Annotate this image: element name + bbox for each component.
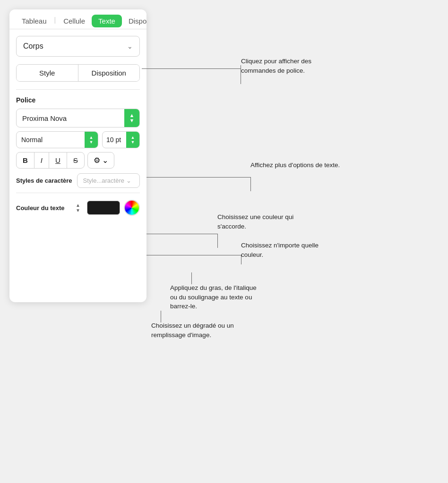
ann-line-match-color-h [146,234,217,234]
char-style-dropdown[interactable]: Style...aractère ⌄ [77,173,140,188]
color-wheel-button[interactable] [124,200,140,216]
font-size-stepper[interactable]: ▲ ▼ [126,132,139,148]
corps-label: Corps [23,42,43,51]
panel-body: Corps ⌄ Style Disposition Police ▲ ▼ [9,29,146,225]
tab-tableau[interactable]: Tableau [16,14,52,29]
text-color-stepper[interactable]: ▲ ▼ [73,201,83,215]
font-name-stepper[interactable]: ▲ ▼ [124,109,139,127]
font-name-input[interactable] [17,110,124,127]
font-size-text: 10 pt [103,132,126,147]
format-buttons-group: B I U S [16,152,85,169]
tab-disposition[interactable]: Disposition [123,14,146,29]
corps-dropdown[interactable]: Corps ⌄ [16,36,140,57]
tab-texte[interactable]: Texte [92,15,122,27]
tab-cellule[interactable]: Cellule [58,14,91,29]
color-stepper-up-icon: ▲ [76,203,80,208]
font-style-up-icon: ▲ [89,135,94,140]
italic-button[interactable]: I [34,153,49,168]
font-style-select[interactable]: Normal ▲ ▼ [16,131,98,148]
gear-icon: ⚙ [94,156,100,165]
color-swatch[interactable] [87,201,120,215]
police-title: Police [16,96,140,104]
annotation-gradient-fill: Choisissez un dégradé ou un remplissage … [151,321,241,339]
bold-button[interactable]: B [17,153,34,168]
char-style-label: Styles de caractère [16,177,72,184]
annotation-font-controls: Cliquez pour afficher des commandes de p… [241,57,331,75]
char-style-placeholder: Style...aractère ⌄ [83,177,131,184]
ann-line-more-options-h [146,177,250,178]
font-size-down-icon: ▼ [131,140,135,144]
tab-bar: Tableau | Cellule Texte Disposition [9,9,146,29]
gear-button[interactable]: ⚙ ⌄ [87,152,114,169]
ann-line-any-color-h [146,255,241,255]
font-name-row: ▲ ▼ [16,109,140,127]
annotation-more-options: Affichez plus d'options de texte. [250,161,340,170]
ann-line-gradient-v [161,311,161,322]
text-color-row: Couleur du texte ▲ ▼ [16,200,140,216]
annotation-any-color: Choisissez n'importe quelle couleur. [241,241,331,259]
disposition-button[interactable]: Disposition [78,65,140,81]
annotation-matching-color: Choisissez une couleur qui s'accorde. [217,212,307,231]
style-button[interactable]: Style [17,65,78,81]
divider-1 [16,89,140,90]
strikethrough-button[interactable]: S [67,153,84,168]
main-container: Tableau | Cellule Texte Disposition Corp… [9,9,439,302]
font-style-text: Normal [17,132,85,147]
annotation-format-text: Appliquez du gras, de l'italique ou du s… [170,283,260,311]
ann-line-more-options-v [250,177,251,191]
tab-sep-1: | [54,16,56,24]
font-size-up-icon: ▲ [131,135,135,140]
stepper-down-icon: ▼ [129,118,135,123]
ann-line-font-controls [142,68,241,69]
font-style-stepper[interactable]: ▲ ▼ [85,132,98,148]
format-panel: Tableau | Cellule Texte Disposition Corp… [9,9,146,302]
style-disposition-row: Style Disposition [16,64,140,82]
annotations-area: Cliquez pour afficher des commandes de p… [146,9,439,293]
color-stepper-down-icon: ▼ [76,208,80,213]
divider-2 [16,193,140,193]
gear-chevron-icon: ⌄ [102,156,108,165]
ann-line-format-v [191,272,192,284]
text-color-label: Couleur du texte [16,204,69,212]
font-size-box[interactable]: 10 pt ▲ ▼ [102,131,140,148]
char-style-row: Styles de caractère Style...aractère ⌄ [16,173,140,188]
font-style-down-icon: ▼ [89,140,94,144]
corps-chevron-icon: ⌄ [127,42,133,50]
ann-line-match-color-v [217,234,218,248]
format-row: B I U S ⚙ ⌄ [16,152,140,169]
underline-button[interactable]: U [49,153,67,168]
font-style-row: Normal ▲ ▼ 10 pt ▲ ▼ [16,131,140,148]
